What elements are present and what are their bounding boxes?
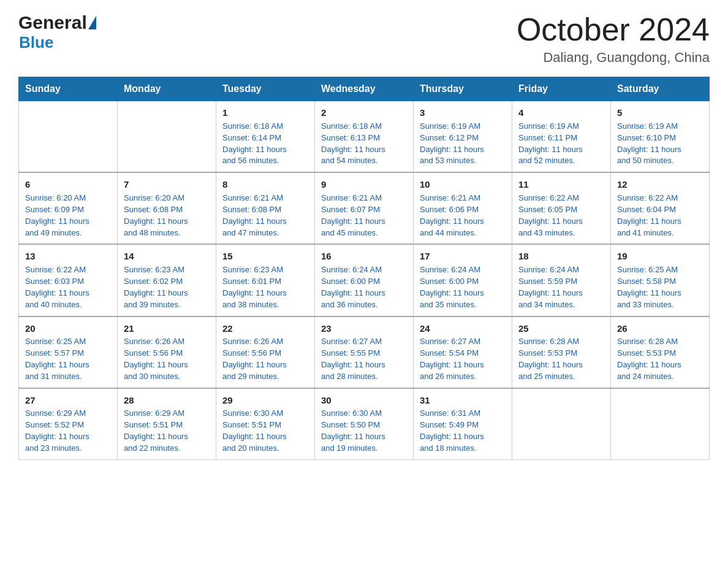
sun-info-line: Sunset: 6:09 PM <box>25 204 111 216</box>
sun-info-line: Sunrise: 6:27 AM <box>420 336 506 348</box>
title-block: October 2024 Daliang, Guangdong, China <box>517 12 710 66</box>
calendar-cell: 16Sunrise: 6:24 AMSunset: 6:00 PMDayligh… <box>315 244 414 316</box>
day-number: 18 <box>518 250 604 263</box>
day-number: 28 <box>124 394 210 407</box>
sun-info-line: Sunrise: 6:18 AM <box>321 121 407 132</box>
sun-info-line: Daylight: 11 hours <box>617 288 703 299</box>
sun-info-line: Sunrise: 6:22 AM <box>25 264 111 276</box>
calendar-cell: 25Sunrise: 6:28 AMSunset: 5:53 PMDayligh… <box>512 316 611 388</box>
sun-info-line: Sunrise: 6:24 AM <box>321 264 407 276</box>
sun-info-line: Sunset: 6:02 PM <box>124 276 210 288</box>
sun-info-line: Sunrise: 6:24 AM <box>518 264 604 276</box>
sun-info-line: Sunset: 6:08 PM <box>222 204 308 216</box>
sun-info-line: Sunrise: 6:25 AM <box>25 336 111 348</box>
sun-info-line: Sunset: 6:11 PM <box>518 132 604 144</box>
sun-info-line: and 18 minutes. <box>420 443 506 454</box>
sun-info-line: and 33 minutes. <box>617 299 703 311</box>
day-number: 14 <box>124 250 210 263</box>
sun-info-line: and 22 minutes. <box>124 443 210 454</box>
sun-info-line: Sunset: 6:00 PM <box>321 276 407 288</box>
sun-info-line: Sunset: 6:07 PM <box>321 204 407 216</box>
sun-info-line: Sunset: 6:14 PM <box>222 132 308 144</box>
sun-info-line: Sunrise: 6:23 AM <box>222 264 308 276</box>
day-number: 1 <box>222 106 308 120</box>
sun-info-line: and 44 minutes. <box>420 228 506 239</box>
sun-info-line: Daylight: 11 hours <box>420 144 506 156</box>
calendar-cell <box>19 101 118 173</box>
calendar-cell: 31Sunrise: 6:31 AMSunset: 5:49 PMDayligh… <box>414 388 512 460</box>
calendar-cell: 18Sunrise: 6:24 AMSunset: 5:59 PMDayligh… <box>512 244 611 316</box>
day-number: 29 <box>222 394 308 407</box>
sun-info-line: Daylight: 11 hours <box>25 359 111 371</box>
sun-info-line: Sunset: 5:56 PM <box>124 348 210 359</box>
sun-info-line: Sunrise: 6:25 AM <box>617 264 703 276</box>
day-number: 10 <box>420 178 506 191</box>
calendar-cell: 19Sunrise: 6:25 AMSunset: 5:58 PMDayligh… <box>611 244 710 316</box>
sun-info-line: Daylight: 11 hours <box>617 216 703 228</box>
day-number: 25 <box>518 322 604 335</box>
calendar-cell: 27Sunrise: 6:29 AMSunset: 5:52 PMDayligh… <box>19 388 118 460</box>
day-number: 5 <box>617 106 703 120</box>
sun-info-line: Daylight: 11 hours <box>25 431 111 443</box>
calendar-cell <box>512 388 611 460</box>
sun-info-line: Sunset: 6:04 PM <box>617 204 703 216</box>
sun-info-line: Sunset: 5:57 PM <box>25 348 111 359</box>
sun-info-line: and 40 minutes. <box>25 299 111 311</box>
sun-info-line: Sunrise: 6:21 AM <box>321 193 407 204</box>
sun-info-line: Daylight: 11 hours <box>420 359 506 371</box>
sun-info-line: and 23 minutes. <box>25 443 111 454</box>
calendar-table: SundayMondayTuesdayWednesdayThursdayFrid… <box>18 77 710 460</box>
sun-info-line: Daylight: 11 hours <box>420 216 506 228</box>
sun-info-line: Sunrise: 6:28 AM <box>518 336 604 348</box>
sun-info-line: Sunrise: 6:19 AM <box>617 121 703 132</box>
day-number: 26 <box>617 322 703 335</box>
sun-info-line: Daylight: 11 hours <box>321 359 407 371</box>
sun-info-line: Daylight: 11 hours <box>25 216 111 228</box>
sun-info-line: and 26 minutes. <box>420 371 506 383</box>
calendar-cell: 4Sunrise: 6:19 AMSunset: 6:11 PMDaylight… <box>512 101 611 173</box>
sun-info-line: and 29 minutes. <box>222 371 308 383</box>
calendar-cell: 12Sunrise: 6:22 AMSunset: 6:04 PMDayligh… <box>611 172 710 244</box>
sun-info-line: Sunset: 5:52 PM <box>25 419 111 431</box>
sun-info-line: Sunrise: 6:22 AM <box>617 193 703 204</box>
sun-info-line: Daylight: 11 hours <box>420 288 506 299</box>
sun-info-line: Sunrise: 6:21 AM <box>222 193 308 204</box>
sun-info-line: Sunset: 6:10 PM <box>617 132 703 144</box>
calendar-cell: 7Sunrise: 6:20 AMSunset: 6:08 PMDaylight… <box>118 172 216 244</box>
sun-info-line: Sunrise: 6:20 AM <box>124 193 210 204</box>
calendar-week-2: 6Sunrise: 6:20 AMSunset: 6:09 PMDaylight… <box>19 172 710 244</box>
sun-info-line: Daylight: 11 hours <box>420 431 506 443</box>
sun-info-line: Daylight: 11 hours <box>222 359 308 371</box>
sun-info-line: and 49 minutes. <box>25 228 111 239</box>
day-number: 24 <box>420 322 506 335</box>
day-number: 31 <box>420 394 506 407</box>
sun-info-line: Sunrise: 6:19 AM <box>420 121 506 132</box>
day-number: 2 <box>321 106 407 120</box>
sun-info-line: Daylight: 11 hours <box>617 359 703 371</box>
calendar-cell: 20Sunrise: 6:25 AMSunset: 5:57 PMDayligh… <box>19 316 118 388</box>
sun-info-line: and 28 minutes. <box>321 371 407 383</box>
col-header-saturday: Saturday <box>611 77 710 101</box>
calendar-cell: 5Sunrise: 6:19 AMSunset: 6:10 PMDaylight… <box>611 101 710 173</box>
sun-info-line: Daylight: 11 hours <box>222 144 308 156</box>
day-number: 3 <box>420 106 506 120</box>
sun-info-line: Sunset: 5:51 PM <box>222 419 308 431</box>
sun-info-line: Sunrise: 6:19 AM <box>518 121 604 132</box>
sun-info-line: Sunset: 5:59 PM <box>518 276 604 288</box>
sun-info-line: Sunset: 5:56 PM <box>222 348 308 359</box>
day-number: 15 <box>222 250 308 263</box>
sun-info-line: Sunset: 5:49 PM <box>420 419 506 431</box>
day-number: 8 <box>222 178 308 191</box>
col-header-tuesday: Tuesday <box>216 77 315 101</box>
sun-info-line: Daylight: 11 hours <box>321 288 407 299</box>
calendar-cell: 26Sunrise: 6:28 AMSunset: 5:53 PMDayligh… <box>611 316 710 388</box>
day-number: 23 <box>321 322 407 335</box>
sun-info-line: and 35 minutes. <box>420 299 506 311</box>
sun-info-line: Daylight: 11 hours <box>518 359 604 371</box>
sun-info-line: Daylight: 11 hours <box>222 431 308 443</box>
month-title: October 2024 <box>517 12 710 47</box>
sun-info-line: and 48 minutes. <box>124 228 210 239</box>
sun-info-line: Sunset: 6:03 PM <box>25 276 111 288</box>
calendar-header-row: SundayMondayTuesdayWednesdayThursdayFrid… <box>19 77 710 101</box>
calendar-week-4: 20Sunrise: 6:25 AMSunset: 5:57 PMDayligh… <box>19 316 710 388</box>
